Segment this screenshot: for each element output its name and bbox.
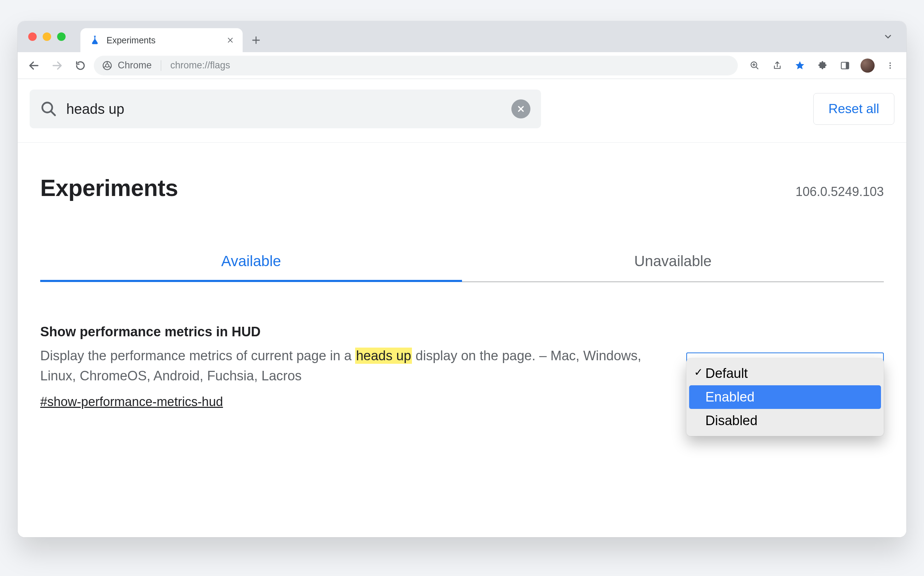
flag-item: Show performance metrics in HUD Display … [18, 282, 906, 409]
search-row: Reset all [18, 79, 906, 143]
flag-option-default[interactable]: Default [689, 362, 881, 385]
svg-point-5 [889, 62, 891, 64]
window-minimize-button[interactable] [43, 32, 51, 41]
svg-point-6 [889, 65, 891, 66]
reload-button[interactable] [70, 56, 90, 75]
toolbar-actions [741, 56, 900, 75]
flag-option-disabled[interactable]: Disabled [689, 409, 881, 432]
browser-tab[interactable]: Experiments [80, 28, 243, 52]
search-highlight: heads up [355, 347, 412, 364]
flags-search-input[interactable] [66, 101, 502, 117]
toolbar: Chrome chrome://flags [18, 52, 906, 79]
tab-strip: Experiments [18, 21, 906, 52]
flag-option-enabled[interactable]: Enabled [689, 385, 881, 409]
extensions-icon[interactable] [813, 56, 832, 75]
window-close-button[interactable] [28, 32, 37, 41]
kebab-menu-icon[interactable] [880, 56, 900, 75]
flags-page: Reset all Experiments 106.0.5249.103 Ava… [18, 79, 906, 537]
flag-description: Display the performance metrics of curre… [40, 346, 658, 386]
profile-avatar[interactable] [858, 56, 878, 75]
availability-tabs: Available Unavailable [40, 243, 884, 282]
svg-point-7 [889, 67, 891, 69]
new-tab-button[interactable] [246, 30, 266, 50]
share-icon[interactable] [767, 56, 787, 75]
flask-icon [90, 35, 100, 45]
omnibox[interactable]: Chrome chrome://flags [94, 56, 738, 75]
flag-desc-before: Display the performance metrics of curre… [40, 348, 355, 363]
reset-all-button[interactable]: Reset all [813, 93, 894, 125]
avatar-image [860, 59, 874, 73]
tab-title: Experiments [107, 35, 219, 45]
flag-title: Show performance metrics in HUD [40, 324, 658, 339]
zoom-icon[interactable] [745, 56, 765, 75]
svg-point-1 [106, 64, 109, 67]
forward-button[interactable] [47, 56, 67, 75]
side-panel-icon[interactable] [835, 56, 855, 75]
window-controls [26, 21, 70, 52]
omnibox-origin-label: Chrome [118, 60, 152, 71]
tab-available[interactable]: Available [40, 243, 462, 282]
window-maximize-button[interactable] [57, 32, 66, 41]
page-title: Experiments [40, 174, 178, 201]
omnibox-separator [161, 60, 161, 71]
bookmark-star-icon[interactable] [790, 56, 810, 75]
tab-unavailable[interactable]: Unavailable [462, 243, 884, 282]
close-tab-icon[interactable] [226, 35, 235, 45]
page-header: Experiments 106.0.5249.103 [18, 143, 906, 201]
flags-searchbox[interactable] [30, 90, 541, 128]
flag-text: Show performance metrics in HUD Display … [40, 324, 658, 409]
chrome-logo-icon [102, 61, 112, 70]
browser-window: Experiments Chrome chrome:/ [18, 21, 906, 537]
search-icon [40, 101, 57, 117]
flag-select-popup: Default Enabled Disabled [686, 358, 884, 436]
svg-rect-4 [846, 62, 849, 69]
flag-select-wrapper: Default Enabled Disabled [686, 324, 884, 377]
chrome-version: 106.0.5249.103 [796, 184, 884, 199]
tab-overflow-button[interactable] [878, 27, 898, 46]
clear-search-button[interactable] [511, 99, 530, 118]
back-button[interactable] [24, 56, 44, 75]
flag-anchor-link[interactable]: #show-performance-metrics-hud [40, 394, 223, 409]
omnibox-url: chrome://flags [170, 60, 230, 71]
